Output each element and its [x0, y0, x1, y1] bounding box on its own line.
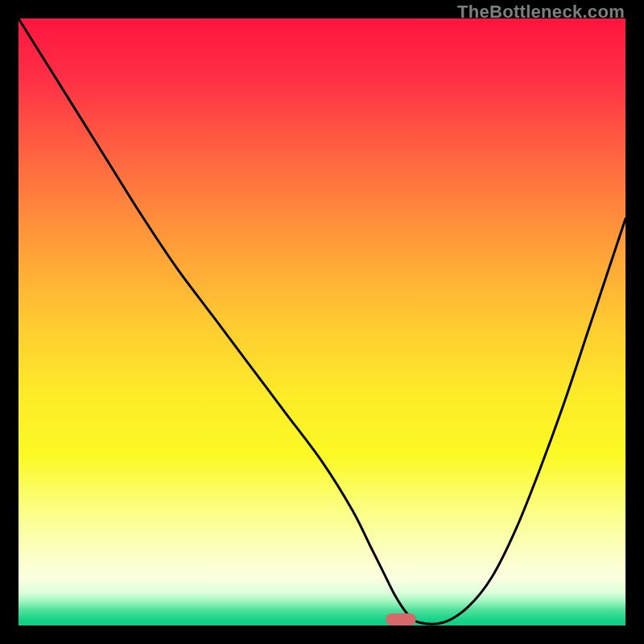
gradient-background: [19, 19, 625, 625]
bottleneck-chart: [19, 19, 625, 625]
chart-frame: TheBottleneck.com: [0, 0, 644, 644]
sweet-spot-marker: [386, 613, 416, 625]
plot-area: [19, 19, 625, 625]
